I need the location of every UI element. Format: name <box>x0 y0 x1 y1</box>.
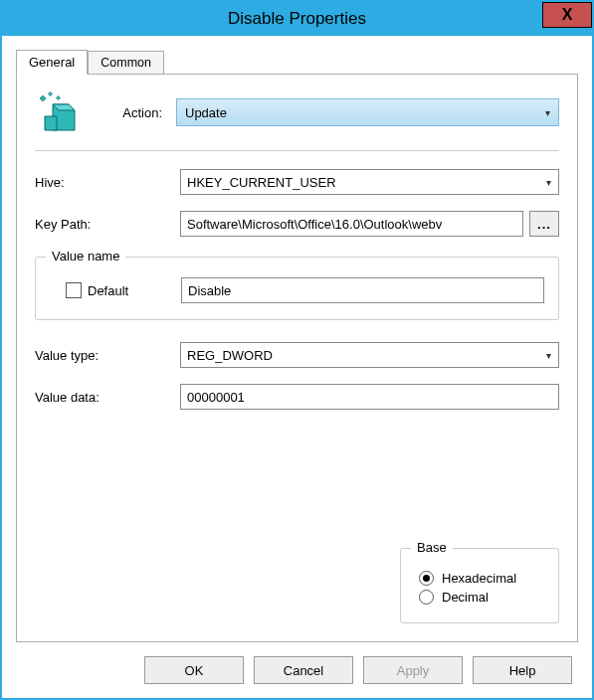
valuedata-value: 00000001 <box>187 390 245 405</box>
valuetype-select[interactable]: REG_DWORD ▾ <box>180 342 559 368</box>
action-row: Action: Update ▾ <box>35 90 559 134</box>
tab-general-label: General <box>29 55 75 70</box>
valuetype-row: Value type: REG_DWORD ▾ <box>35 342 559 368</box>
apply-label: Apply <box>397 663 430 678</box>
base-legend: Base <box>411 540 453 555</box>
valuetype-select-value: REG_DWORD <box>187 348 273 363</box>
tab-panel-general: Action: Update ▾ Hive: HKEY_CURRENT_USER… <box>16 74 578 642</box>
action-select-value: Update <box>185 105 227 120</box>
svg-marker-2 <box>45 116 57 130</box>
svg-marker-3 <box>40 95 46 101</box>
svg-marker-5 <box>56 95 60 99</box>
tab-common[interactable]: Common <box>88 51 164 74</box>
keypath-input[interactable]: Software\Microsoft\Office\16.0\Outlook\w… <box>180 211 523 237</box>
tabs: General Common <box>16 46 578 74</box>
divider <box>35 150 559 151</box>
titlebar: Disable Properties X <box>2 2 592 36</box>
radio-icon <box>419 590 434 605</box>
help-button[interactable]: Help <box>473 656 572 684</box>
valuedata-input[interactable]: 00000001 <box>180 384 559 410</box>
valuedata-label: Value data: <box>35 390 174 405</box>
dialog-body: General Common Action: <box>2 36 592 698</box>
keypath-label: Key Path: <box>35 217 174 232</box>
chevron-down-icon: ▾ <box>545 107 550 118</box>
base-dec-label: Decimal <box>442 590 489 605</box>
hive-select-value: HKEY_CURRENT_USER <box>187 175 336 190</box>
close-button[interactable]: X <box>542 2 592 28</box>
keypath-browse-button[interactable]: ... <box>529 211 559 237</box>
default-checkbox-wrap[interactable]: Default <box>50 282 175 298</box>
ellipsis-icon: ... <box>537 217 551 232</box>
default-checkbox[interactable] <box>66 282 82 298</box>
window-title: Disable Properties <box>2 9 592 29</box>
valuetype-label: Value type: <box>35 348 174 363</box>
default-label: Default <box>88 283 128 298</box>
tab-common-label: Common <box>100 56 151 70</box>
cancel-button[interactable]: Cancel <box>254 656 353 684</box>
hive-label: Hive: <box>35 175 174 190</box>
cancel-label: Cancel <box>284 663 323 678</box>
keypath-row: Key Path: Software\Microsoft\Office\16.0… <box>35 211 559 237</box>
hive-row: Hive: HKEY_CURRENT_USER ▾ <box>35 169 559 195</box>
hive-select[interactable]: HKEY_CURRENT_USER ▾ <box>180 169 559 195</box>
tab-general[interactable]: General <box>16 50 88 75</box>
apply-button: Apply <box>363 656 463 684</box>
radio-icon <box>419 571 434 586</box>
ok-button[interactable]: OK <box>144 656 244 684</box>
help-label: Help <box>509 663 536 678</box>
valuename-value: Disable <box>188 283 231 298</box>
valuename-fieldset: Value name Default Disable <box>35 257 559 320</box>
keypath-value: Software\Microsoft\Office\16.0\Outlook\w… <box>187 217 442 232</box>
svg-marker-4 <box>48 91 52 95</box>
action-label: Action: <box>93 105 162 120</box>
valuedata-row: Value data: 00000001 <box>35 384 559 410</box>
close-icon: X <box>562 6 573 24</box>
action-select[interactable]: Update ▾ <box>176 98 559 126</box>
base-fieldset: Base Hexadecimal Decimal <box>400 548 559 623</box>
registry-icon <box>35 90 79 134</box>
button-row: OK Cancel Apply Help <box>16 642 578 684</box>
base-hex-label: Hexadecimal <box>442 571 516 586</box>
ok-label: OK <box>185 663 204 678</box>
valuename-row: Default Disable <box>50 277 544 303</box>
dialog-window: Disable Properties X General Common <box>0 0 594 700</box>
chevron-down-icon: ▾ <box>546 350 551 361</box>
valuename-legend: Value name <box>46 249 125 263</box>
base-hex-radio[interactable]: Hexadecimal <box>419 571 540 586</box>
chevron-down-icon: ▾ <box>546 177 551 188</box>
base-dec-radio[interactable]: Decimal <box>419 590 540 605</box>
valuename-input[interactable]: Disable <box>181 277 544 303</box>
